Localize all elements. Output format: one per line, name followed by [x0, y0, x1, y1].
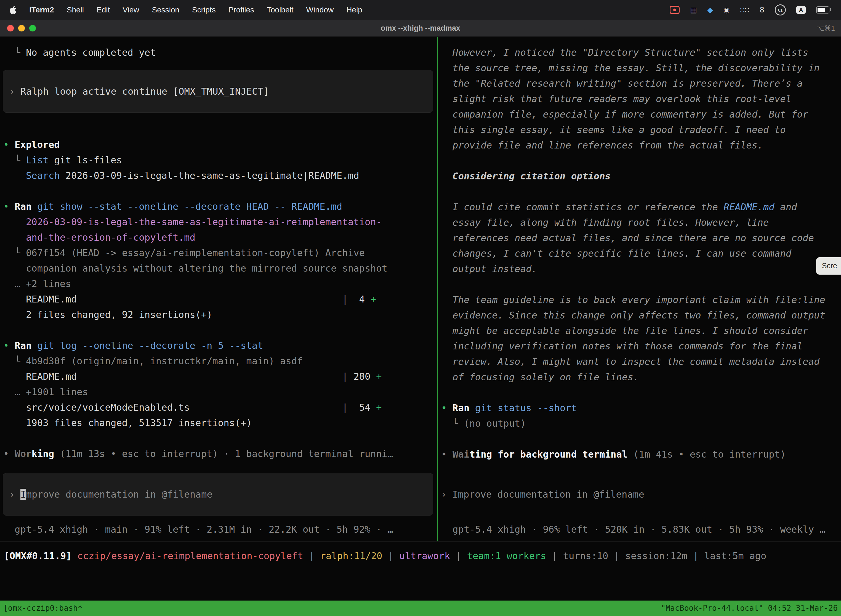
text-segment: • [3, 201, 15, 212]
right-input-box[interactable]: › Improve documentation in @filename [441, 473, 837, 516]
window-title-bar[interactable]: omx --xhigh --madmax ⌥⌘1 [0, 20, 841, 37]
text-segment: ralph:11/20 [320, 548, 382, 563]
macos-menu-bar: iTerm2 Shell Edit View Session Scripts P… [0, 0, 841, 20]
screen-recording-indicator-icon[interactable] [670, 6, 680, 14]
terminal-line: I could cite commit statistics or refere… [441, 199, 841, 215]
text-segment: (1m 41s • esc to interrupt) [628, 449, 786, 460]
text-segment: the "Related research writing" section i… [441, 78, 803, 89]
menu-item-shell[interactable]: Shell [67, 6, 84, 14]
tmux-panes: └ No agents completed yet › Ralph loop a… [0, 37, 841, 541]
text-segment: might be acceptable alongside the file l… [441, 325, 809, 336]
right-terminal-pane[interactable]: However, I noticed the "Directory Struct… [438, 37, 841, 541]
battery-percent-gauge-icon[interactable]: 61 [775, 4, 786, 15]
tmux-host-and-time: "MacBook-Pro-44.local" 04:52 31-Mar-26 [661, 601, 838, 616]
text-segment: Ran [15, 340, 31, 351]
terminal-line: companion file, especially if more comme… [441, 107, 841, 122]
terminal-line: evidence. Since this change only affects… [441, 308, 841, 323]
terminal-line: README.md | 4 + [3, 292, 437, 307]
text-segment: references need actual files, and since … [441, 232, 814, 243]
text-segment: | [342, 402, 348, 413]
terminal-line: └ 067f154 (HEAD -> essay/ai-reimplementa… [3, 245, 437, 261]
text-segment: "MacBook-Pro-44.local" 04:52 31-Mar-26 [661, 604, 838, 613]
right-transcript: However, I noticed the "Directory Struct… [441, 45, 841, 462]
terminal-line: of focusing solely on file lines. [441, 369, 841, 385]
menu-item-iterm2[interactable]: iTerm2 [29, 6, 54, 14]
inject-banner-line: › Ralph loop active continue [OMX_TMUX_I… [9, 84, 427, 99]
text-segment: The team guideline is to back every impo… [441, 294, 825, 305]
menu-item-help[interactable]: Help [346, 6, 362, 14]
text-segment: README.md [3, 371, 77, 382]
terminal-line: … +1901 lines [3, 384, 437, 400]
terminal-line [3, 183, 437, 199]
terminal-line: this single essay, it seems like a good … [441, 122, 841, 138]
text-segment: └ [3, 247, 26, 258]
menu-item-scripts[interactable]: Scripts [192, 6, 216, 14]
text-segment: king [31, 448, 54, 459]
text-segment [77, 294, 342, 305]
zoom-button[interactable] [29, 25, 36, 31]
right-input-line[interactable]: › Improve documentation in @filename [441, 487, 831, 502]
terminal-line: might be acceptable alongside the file l… [441, 323, 841, 338]
text-segment: [omx-cczip0:bash* [3, 604, 82, 613]
input-source-icon[interactable]: A [796, 6, 806, 14]
text-segment: Wai [453, 449, 469, 460]
sparkle-icon[interactable]: ◆ [708, 6, 713, 13]
text-segment: cczip/essay/ai-reimplementation-copyleft [77, 548, 303, 563]
left-input-line[interactable]: › Improve documentation in @filename [9, 487, 427, 502]
terminal-line: The team guideline is to back every impo… [441, 292, 841, 308]
minimize-button[interactable] [18, 25, 25, 31]
battery-icon[interactable] [816, 6, 829, 13]
screenshot-notification-tab[interactable]: Scre [816, 257, 841, 274]
text-segment: gpt-5.4 xhigh · main · 91% left · 2.31M … [3, 524, 393, 535]
text-segment: | [608, 548, 625, 563]
circle-app-icon[interactable]: ◉ [724, 6, 730, 13]
terminal-line: references need actual files, and since … [441, 230, 841, 246]
grid-icon[interactable]: ▦ [690, 6, 697, 13]
menu-item-profiles[interactable]: Profiles [229, 6, 254, 14]
text-segment: README.md [3, 294, 77, 305]
text-segment: git show --stat --oneline --decorate HEA… [31, 201, 342, 212]
terminal: └ No agents completed yet › Ralph loop a… [0, 37, 841, 616]
terminal-line: 2026-03-09-is-legal-the-same-as-legitima… [3, 214, 437, 230]
right-status-line: gpt-5.4 xhigh · 96% left · 520K in · 5.8… [441, 522, 841, 537]
menu-item-view[interactable]: View [123, 6, 139, 14]
text-segment: review. Also, I might want to inspect th… [441, 356, 819, 367]
text-segment: evidence. Since this change only affects… [441, 309, 825, 321]
text-segment: essay file, along with finding root file… [441, 217, 769, 228]
text-segment: of focusing solely on file lines. [441, 371, 639, 383]
menu-bar-status-icons: ▦ ◆ ◉ ∷∷ 8 61 A [670, 4, 832, 15]
apple-menu-icon[interactable] [9, 6, 16, 14]
menu-item-edit[interactable]: Edit [97, 6, 110, 14]
text-segment: git status --short [469, 402, 577, 414]
text-segment: team:1 workers [467, 548, 547, 563]
left-status-line: gpt-5.4 xhigh · main · 91% left · 2.31M … [3, 522, 437, 537]
text-segment: companion file, especially if more comme… [441, 109, 809, 120]
text-segment: Considering citation options [441, 170, 611, 182]
text-segment: • [441, 402, 453, 414]
text-segment: + [376, 402, 382, 413]
inject-banner: › Ralph loop active continue [OMX_TMUX_I… [3, 70, 433, 113]
text-segment: ting for background terminal [469, 449, 627, 460]
menu-item-session[interactable]: Session [152, 6, 179, 14]
left-terminal-pane[interactable]: └ No agents completed yet › Ralph loop a… [0, 37, 437, 541]
text-segment: I could cite commit statistics or refere… [441, 201, 724, 213]
text-segment: └ [441, 418, 464, 429]
terminal-line [3, 322, 437, 338]
terminal-line: src/voice/voiceModeEnabled.ts | 54 + [3, 400, 437, 415]
terminal-line: • Waiting for background terminal (1m 41… [441, 447, 841, 462]
text-segment: 4 [348, 294, 371, 305]
left-input-box[interactable]: › Improve documentation in @filename [3, 473, 433, 516]
menu-item-window[interactable]: Window [306, 6, 334, 14]
traffic-lights [7, 25, 36, 31]
text-segment: last:5m ago [704, 548, 766, 563]
text-segment: … +2 lines [3, 278, 71, 289]
text-segment: 2 files changed, 92 insertions(+) [3, 309, 212, 320]
text-segment: Explored [15, 139, 60, 150]
dots-grid-icon[interactable]: ∷∷ [740, 6, 749, 13]
terminal-line: └ No agents completed yet [3, 45, 437, 60]
menu-item-toolbelt[interactable]: Toolbelt [267, 6, 294, 14]
tmux-session-name: [omx-cczip0:bash* [3, 601, 82, 616]
close-button[interactable] [7, 25, 14, 31]
figure-eight-icon[interactable]: 8 [760, 6, 764, 13]
text-segment: | [342, 294, 348, 305]
